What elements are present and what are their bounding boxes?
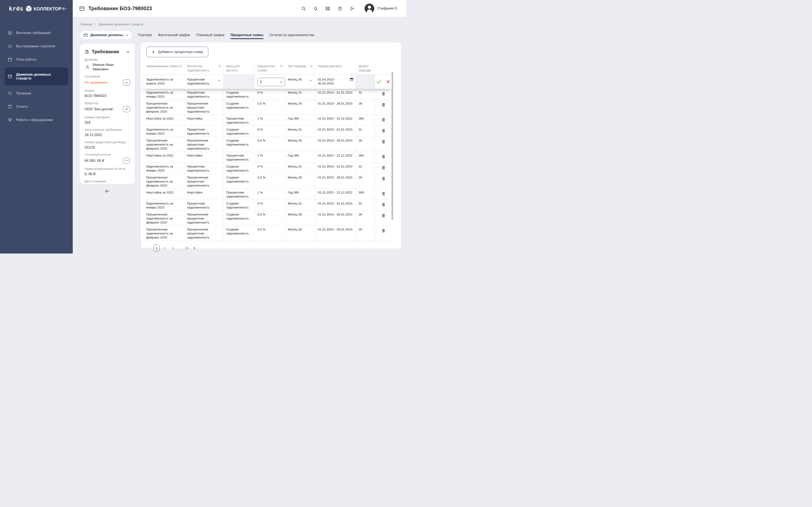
tab-bar: ПлатежиФактический графикПлановый график… bbox=[138, 31, 314, 39]
cell-actions bbox=[375, 100, 392, 115]
claim-field-value: Иванов Иван Иванович bbox=[93, 62, 130, 71]
rate-input[interactable]: 5 % bbox=[257, 78, 285, 86]
user-name: Стефания О. bbox=[377, 7, 398, 10]
delete-row-button[interactable] bbox=[381, 176, 386, 181]
tab-0[interactable]: Платежи bbox=[138, 31, 152, 39]
claim-fields: ДолжникИванов Иван ИвановичСостояниеНе п… bbox=[85, 58, 130, 184]
tab-1[interactable]: Фактический график bbox=[158, 31, 190, 39]
cell-calc: Просроченная процентная задолженность bbox=[184, 226, 223, 241]
cell-period: 01.01.2022 - 31.12.2022 bbox=[315, 115, 356, 126]
breadcrumb-home[interactable]: Главная bbox=[80, 22, 92, 26]
pagination-next[interactable] bbox=[192, 246, 197, 250]
cell-days: 365 bbox=[356, 189, 375, 200]
cell-period: 01.01.2023 - 28.01.2023 bbox=[315, 137, 356, 152]
back-arrow-icon[interactable] bbox=[105, 188, 110, 194]
edit-button[interactable] bbox=[123, 106, 130, 112]
cell-period: 01.01.2023 - 31.01.2023 bbox=[315, 200, 356, 211]
pagination-prev[interactable] bbox=[146, 246, 151, 250]
delete-row-button[interactable] bbox=[381, 165, 386, 170]
chevron-up-icon[interactable] bbox=[126, 50, 130, 54]
sidebar-item-label: Отчеты bbox=[16, 105, 28, 109]
help-icon[interactable] bbox=[338, 6, 342, 11]
delete-row-button[interactable] bbox=[381, 102, 386, 108]
calc-debt-select[interactable]: Процентная задолженность bbox=[184, 75, 223, 89]
claim-field-label: Номер bbox=[85, 89, 130, 92]
delete-row-button[interactable] bbox=[381, 117, 386, 122]
table-row-0: Задолженность за январь 2023Процентная з… bbox=[143, 89, 392, 100]
cell-name: Задолженность за январь 2023 bbox=[143, 200, 184, 211]
table-row-8: Неустойка за 2022НеустойкаПроцентная зад… bbox=[143, 189, 392, 200]
add-scheme-button[interactable]: Добавить процентную схему bbox=[146, 47, 208, 57]
sidebar-item-2[interactable]: План работы bbox=[5, 54, 68, 65]
period-date-picker[interactable]: 01.04.2023 - 30.04.2023 bbox=[315, 75, 356, 89]
delete-row-button[interactable] bbox=[381, 91, 386, 97]
sidebar-item-6[interactable]: Работа с обращениями bbox=[5, 115, 68, 125]
sidebar-item-4[interactable]: Проверки bbox=[5, 88, 68, 99]
delete-row-button[interactable] bbox=[381, 213, 386, 218]
cell-base: Ссудная задолженность bbox=[223, 126, 255, 137]
delete-row-button[interactable] bbox=[381, 191, 386, 196]
cell-base: Процентная задолженность bbox=[223, 189, 255, 200]
logout-icon[interactable] bbox=[350, 6, 354, 11]
document-icon bbox=[8, 31, 12, 35]
pagination-page-1[interactable]: 1 bbox=[153, 245, 160, 251]
cell-calc: Процентная задолженность bbox=[184, 163, 223, 174]
cell-calc: Неустойка bbox=[184, 115, 223, 126]
cell-name[interactable]: Задолженность за апрель 2023 bbox=[143, 75, 184, 89]
cell-period: 01.01.2023 - 28.01.2023 bbox=[315, 100, 356, 115]
sidebar-item-0[interactable]: Внесение требований bbox=[5, 28, 68, 38]
vertical-scrollbar-thumb[interactable] bbox=[392, 72, 393, 220]
delete-row-button[interactable] bbox=[381, 154, 386, 160]
column-header-2: База для расчета bbox=[223, 62, 255, 74]
claim-field-1: СостояниеНе проверено bbox=[85, 74, 130, 86]
verify-button[interactable] bbox=[123, 79, 130, 86]
cell-name: Неустойка за 2022 bbox=[143, 189, 184, 200]
filter-icon[interactable] bbox=[179, 65, 182, 69]
delete-row-button[interactable] bbox=[381, 128, 386, 133]
filter-icon[interactable] bbox=[218, 65, 221, 69]
tab-4[interactable]: Остатки по задолженностям bbox=[270, 31, 314, 39]
cell-rate: 3,5 % bbox=[255, 100, 285, 115]
cell-period_type: Месяц 31 bbox=[285, 89, 315, 100]
cell-days: 28 bbox=[356, 226, 375, 241]
cell-calc: Неустойка bbox=[184, 152, 223, 163]
claim-field-8: Нераспределенный остаток0, 00 ₽ bbox=[85, 167, 130, 176]
cell-rate: 3,5 % bbox=[255, 226, 285, 241]
claim-field-label: Учтенный остаток bbox=[85, 153, 130, 156]
mail-icon[interactable] bbox=[325, 6, 330, 11]
column-header-actions bbox=[375, 62, 392, 74]
cell-rate: 5 % bbox=[255, 126, 285, 137]
delete-row-button[interactable] bbox=[381, 202, 386, 208]
more-button[interactable] bbox=[123, 158, 130, 164]
delete-row-button[interactable] bbox=[381, 139, 386, 145]
claim-field-value: 18.12.2022 bbox=[85, 133, 130, 137]
user-menu[interactable]: Стефания О. bbox=[364, 4, 398, 13]
period-type-select[interactable]: Месяц 30 bbox=[285, 75, 315, 89]
sidebar-item-5[interactable]: Отчеты bbox=[5, 101, 68, 112]
cell-days: 365 bbox=[356, 115, 375, 126]
cell-period: 01.01.2022 - 31.12.2022 bbox=[315, 189, 356, 200]
bell-icon[interactable] bbox=[313, 6, 318, 11]
pagination-page-3[interactable]: 3 bbox=[170, 245, 176, 251]
cancel-button[interactable] bbox=[386, 79, 391, 84]
sidebar-collapse-arrow-icon[interactable] bbox=[62, 6, 67, 11]
delete-row-button[interactable] bbox=[381, 228, 386, 233]
sidebar-item-1[interactable]: Выстраивание стратегии bbox=[5, 41, 68, 52]
search-icon[interactable] bbox=[301, 6, 306, 11]
main-area: Требование БОЗ-7980023 bbox=[73, 0, 406, 253]
cell-calc: Неустойка bbox=[184, 189, 223, 200]
page-title: Требование БОЗ-7980023 bbox=[88, 5, 152, 11]
pagination-page-29[interactable]: 29 bbox=[184, 245, 190, 251]
view-switcher-dropdown[interactable]: Движение денежны... bbox=[80, 31, 132, 39]
cell-actions bbox=[375, 126, 392, 137]
filter-icon[interactable] bbox=[310, 65, 313, 69]
tab-3[interactable]: Процентные схемы bbox=[231, 31, 263, 39]
cell-rate: 1 % bbox=[255, 189, 285, 200]
claim-field-7: Учтенный остаток64 000, 00 ₽ bbox=[85, 153, 130, 164]
filter-icon[interactable] bbox=[280, 65, 283, 69]
claim-field-value: БОЗ-7980023 bbox=[85, 94, 130, 98]
confirm-button[interactable] bbox=[376, 79, 382, 84]
sidebar-item-3[interactable]: Движение денежных стредств bbox=[5, 68, 68, 86]
pagination-page-2[interactable]: 2 bbox=[161, 245, 168, 251]
tab-2[interactable]: Плановый график bbox=[196, 31, 224, 39]
